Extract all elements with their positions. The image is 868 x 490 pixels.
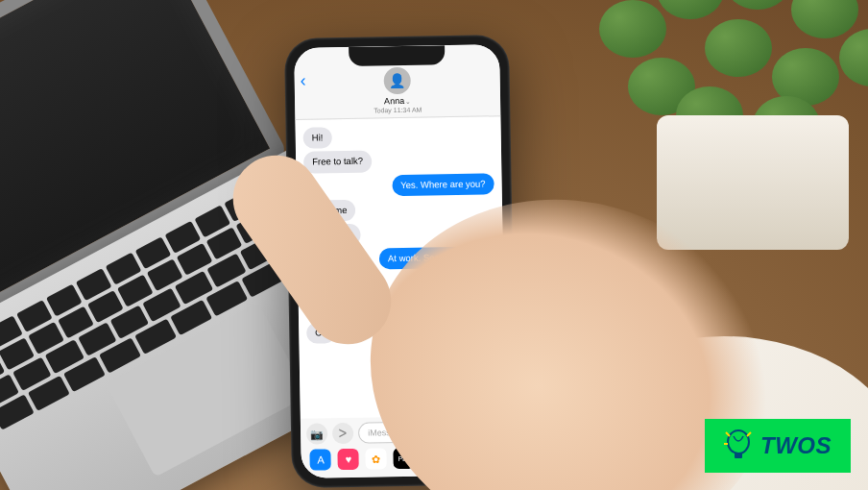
brand-text: TWOS xyxy=(760,432,832,459)
message-row: And you? xyxy=(304,222,494,247)
plant-pot xyxy=(657,115,849,250)
incoming-bubble[interactable]: Ok xyxy=(306,322,336,344)
incoming-bubble[interactable]: Free to talk? xyxy=(303,151,372,174)
message-row: At 7 o'clock in our cafe xyxy=(306,295,496,320)
input-placeholder: iMessage xyxy=(368,428,405,438)
sticker-row: 👋 xyxy=(307,343,498,388)
phone-screen: ‹ 👤 Anna⌄ Today 11:34 AM Hi!Free to talk… xyxy=(294,44,507,478)
app-store-icon[interactable]: A xyxy=(310,449,331,470)
conversation-thread[interactable]: Hi!Free to talk?Yes. Where are you?At ho… xyxy=(295,116,506,428)
outgoing-bubble[interactable]: At 7 o'clock in our cafe xyxy=(387,295,496,318)
message-row: Yes. When? xyxy=(305,270,495,295)
wave-sticker[interactable]: 👋 xyxy=(455,343,498,386)
svg-line-2 xyxy=(726,432,730,436)
message-row: Free to talk? xyxy=(303,149,494,174)
iphone-device: ‹ 👤 Anna⌄ Today 11:34 AM Hi!Free to talk… xyxy=(284,35,517,488)
read-receipt: Read 11:38 AM xyxy=(307,387,497,397)
notch xyxy=(349,45,445,66)
app-music-icon[interactable]: ♪ xyxy=(421,447,442,468)
outgoing-bubble[interactable]: At work. See you today? xyxy=(379,246,495,269)
app-photos-icon[interactable]: ✿ xyxy=(366,448,387,469)
message-input[interactable]: iMessage 🎤 xyxy=(358,420,500,444)
app-tray: A♥✿Pay♪☺⋯ xyxy=(306,446,500,471)
lightbulb-icon xyxy=(724,429,753,463)
message-row: Ok xyxy=(306,319,496,344)
app-memoji-icon[interactable]: ☺ xyxy=(448,447,470,468)
svg-point-0 xyxy=(728,430,749,453)
message-row: At home xyxy=(304,197,494,222)
svg-line-3 xyxy=(747,432,751,436)
microphone-icon[interactable]: 🎤 xyxy=(479,426,491,436)
incoming-bubble[interactable]: Hi! xyxy=(303,127,332,149)
incoming-bubble[interactable]: At home xyxy=(304,200,356,222)
app-more-icon[interactable]: ⋯ xyxy=(476,446,497,467)
contact-avatar[interactable]: 👤 xyxy=(383,67,410,94)
potted-plant xyxy=(580,0,868,250)
message-row: Yes. Where are you? xyxy=(303,173,494,198)
camera-icon[interactable]: 📷 xyxy=(306,423,327,444)
incoming-bubble[interactable]: And you? xyxy=(304,224,361,246)
app-apple-pay-icon[interactable]: Pay xyxy=(393,448,414,469)
message-row: Hi! xyxy=(303,124,494,149)
app-love-icon[interactable]: ♥ xyxy=(338,449,359,470)
outgoing-bubble[interactable]: Yes. Where are you? xyxy=(392,173,494,196)
app-store-icon[interactable]: ᐳ xyxy=(332,423,353,444)
message-row: At work. See you today? xyxy=(305,246,495,271)
composer-bar: 📷 ᐳ iMessage 🎤 A♥✿Pay♪☺⋯ xyxy=(301,415,507,478)
incoming-bubble[interactable]: Yes. When? xyxy=(305,273,372,296)
brand-badge: TWOS xyxy=(705,419,851,473)
contact-name: Anna xyxy=(384,96,404,106)
back-button[interactable]: ‹ xyxy=(301,71,306,91)
svg-rect-1 xyxy=(735,453,742,458)
photo-scene: ‹ 👤 Anna⌄ Today 11:34 AM Hi!Free to talk… xyxy=(0,0,868,490)
chevron-down-icon: ⌄ xyxy=(405,98,411,105)
